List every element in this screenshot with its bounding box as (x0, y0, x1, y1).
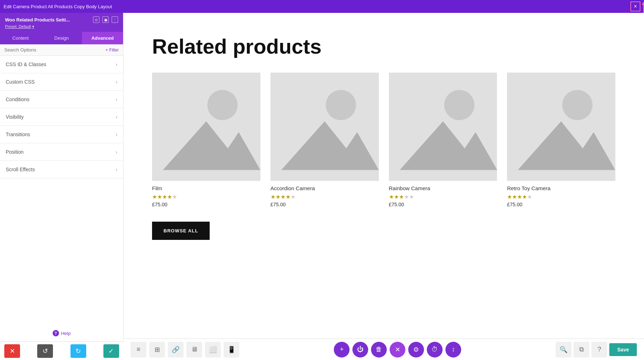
widget-header: Woo Related Products Setti... ⊙ ▣ ⋮ Pres… (0, 13, 123, 32)
tablet-tool[interactable]: ⬜ (205, 342, 221, 357)
widget-icon-2[interactable]: ▣ (102, 16, 109, 23)
svg-point-9 (444, 90, 474, 120)
accordion-header-scroll-effects[interactable]: Scroll Effects › (0, 161, 123, 178)
tab-design[interactable]: Design (41, 32, 82, 44)
product-card-1[interactable]: Accordion Camera ★★★★★ £75.00 (270, 73, 379, 207)
grid-tool[interactable]: ⊞ (149, 342, 165, 357)
canvas-area: Related products Film ★★★★★ (123, 13, 644, 339)
product-card-3[interactable]: Retro Toy Camera ★★★★★ £75.00 (507, 73, 615, 207)
layers-button[interactable]: ⧉ (574, 342, 589, 357)
timer-button[interactable]: ⏱ (427, 342, 443, 357)
product-image-1 (270, 73, 379, 181)
product-image-3 (507, 73, 615, 181)
tabs-row: Content Design Advanced (0, 32, 123, 44)
browse-all-button[interactable]: BROWSE ALL (152, 222, 210, 240)
product-stars-2: ★★★★★ (389, 193, 497, 200)
close-action-button[interactable]: ✕ (390, 342, 405, 357)
chevron-icon-2: › (116, 79, 117, 85)
accordion-header-css[interactable]: CSS ID & Classes › (0, 56, 123, 73)
search-bar: + Filter (0, 44, 123, 56)
product-name-0: Film (152, 185, 260, 191)
product-image-0 (152, 73, 260, 181)
power-button[interactable]: ⏻ (352, 342, 368, 357)
search-canvas-button[interactable]: 🔍 (556, 342, 571, 357)
close-button[interactable]: × (630, 1, 640, 11)
link-tool[interactable]: 🔗 (168, 342, 184, 357)
accordion-header-visibility[interactable]: Visibility › (0, 108, 123, 125)
accordion-header-position[interactable]: Position › (0, 143, 123, 161)
product-name-1: Accordion Camera (270, 185, 379, 191)
accordion-header-conditions[interactable]: Conditions › (0, 91, 123, 108)
svg-point-12 (562, 90, 593, 120)
widget-title: Woo Related Products Setti... (5, 17, 70, 23)
accordion-item-transitions: Transitions › (0, 126, 123, 143)
accordion-header-transitions[interactable]: Transitions › (0, 126, 123, 143)
delete-button[interactable]: 🗑 (371, 342, 387, 357)
filter-button[interactable]: + Filter (106, 48, 119, 53)
accordion-item-visibility: Visibility › (0, 108, 123, 126)
view-tools: ≡ ⊞ 🔗 🖥 ⬜ 📱 (131, 342, 239, 357)
product-name-2: Rainbow Camera (389, 185, 497, 191)
accordion-header-custom-css[interactable]: Custom CSS › (0, 73, 123, 90)
sidebar: Woo Related Products Setti... ⊙ ▣ ⋮ Pres… (0, 13, 123, 360)
products-grid: Film ★★★★★ £75.00 Accordio (152, 73, 615, 207)
add-element-button[interactable]: + (334, 342, 350, 357)
help-canvas-button[interactable]: ? (591, 342, 607, 357)
accordion-item-css: CSS ID & Classes › (0, 56, 123, 73)
product-price-3: £75.00 (507, 202, 615, 207)
product-stars-0: ★★★★★ (152, 193, 260, 200)
top-bar-title: Edit Camera Product All Products Copy Bo… (4, 4, 112, 9)
product-name-3: Retro Toy Camera (507, 185, 615, 191)
accordion-list: CSS ID & Classes › Custom CSS › Conditio… (0, 56, 123, 325)
undo-button[interactable]: ↺ (37, 344, 53, 358)
chevron-icon-7: › (116, 167, 117, 172)
svg-marker-1 (642, 1, 644, 5)
settings-button[interactable]: ⚙ (408, 342, 424, 357)
widget-icon-3[interactable]: ⋮ (112, 16, 118, 23)
mobile-tool[interactable]: 📱 (224, 342, 239, 357)
product-image-2 (389, 73, 497, 181)
tab-content[interactable]: Content (0, 32, 41, 44)
canvas-bottom-toolbar: ≡ ⊞ 🔗 🖥 ⬜ 📱 + ⏻ 🗑 ✕ ⚙ ⏱ ↕ 🔍 ⧉ ? Save (123, 339, 644, 360)
widget-preset: Preset: Default ▾ (5, 24, 118, 29)
top-bar: Edit Camera Product All Products Copy Bo… (0, 0, 644, 13)
toolbar-right: 🔍 ⧉ ? Save (556, 342, 637, 357)
redo-button[interactable]: ↻ (70, 344, 86, 358)
desktop-tool[interactable]: 🖥 (186, 342, 202, 357)
save-check-button[interactable]: ✓ (103, 344, 119, 358)
section-title: Related products (152, 34, 615, 58)
save-button[interactable]: Save (609, 343, 637, 356)
svg-point-3 (207, 90, 238, 120)
product-card-2[interactable]: Rainbow Camera ★★★★★ £75.00 (389, 73, 497, 207)
action-tools: + ⏻ 🗑 ✕ ⚙ ⏱ ↕ (334, 342, 461, 357)
chevron-icon-5: › (116, 132, 117, 137)
help-row[interactable]: ? Help (0, 325, 123, 341)
close-editor-button[interactable]: ✕ (4, 344, 20, 358)
accordion-item-conditions: Conditions › (0, 91, 123, 108)
accordion-item-scroll-effects: Scroll Effects › (0, 161, 123, 178)
sort-button[interactable]: ↕ (445, 342, 461, 357)
bottom-bar: ✕ ↺ ↻ ✓ (0, 341, 123, 360)
search-input[interactable] (4, 47, 106, 53)
hamburger-tool[interactable]: ≡ (131, 342, 146, 357)
product-price-0: £75.00 (152, 202, 260, 207)
chevron-icon: › (116, 61, 117, 67)
help-icon: ? (53, 330, 59, 336)
main-layout: Woo Related Products Setti... ⊙ ▣ ⋮ Pres… (0, 13, 644, 360)
chevron-icon-3: › (116, 97, 117, 102)
product-stars-3: ★★★★★ (507, 193, 615, 200)
chevron-icon-4: › (116, 114, 117, 120)
chevron-icon-6: › (116, 149, 117, 155)
content-area: Related products Film ★★★★★ (123, 13, 644, 360)
tab-advanced[interactable]: Advanced (82, 32, 123, 44)
accordion-item-position: Position › (0, 143, 123, 161)
widget-title-icons: ⊙ ▣ ⋮ (93, 16, 118, 23)
widget-icon-1[interactable]: ⊙ (93, 16, 99, 23)
product-card-0[interactable]: Film ★★★★★ £75.00 (152, 73, 260, 207)
svg-point-6 (326, 90, 356, 120)
product-price-2: £75.00 (389, 202, 497, 207)
product-price-1: £75.00 (270, 202, 379, 207)
product-stars-1: ★★★★★ (270, 193, 379, 200)
accordion-item-custom-css: Custom CSS › (0, 73, 123, 91)
